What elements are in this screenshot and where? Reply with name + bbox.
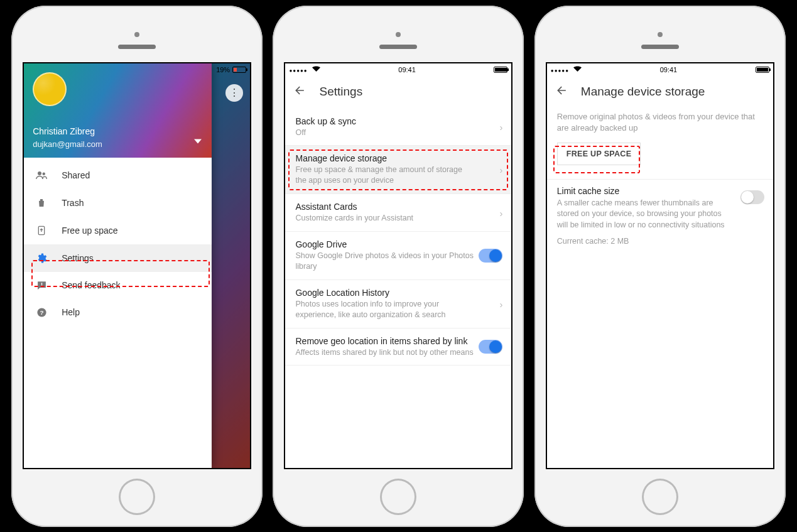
drawer-item-help[interactable]: ? Help: [24, 299, 212, 326]
home-button[interactable]: [642, 479, 678, 515]
chevron-right-icon: ›: [499, 165, 502, 175]
caret-down-icon: [194, 138, 202, 145]
wifi-icon: [312, 66, 320, 73]
back-button[interactable]: [294, 84, 306, 100]
row-assistant-cards[interactable]: Assistant Cards Customize cards in your …: [285, 194, 511, 232]
battery-icon: [756, 67, 769, 73]
back-button[interactable]: [556, 84, 568, 100]
row-subtitle: Customize cards in your Assistant: [295, 213, 501, 224]
page-title: Settings: [319, 85, 362, 99]
phone-1: 19% ⋮ Christian Zibreg dujkan@gmail.com …: [11, 6, 263, 527]
battery-percent: 19%: [216, 66, 230, 73]
drawer-item-label: Send feedback: [62, 280, 120, 290]
battery-icon: [494, 67, 507, 73]
screen-settings: 09:41 Settings Back up & sync Off › Mana…: [284, 62, 512, 469]
current-cache: Current cache: 2 MB: [557, 237, 763, 246]
people-icon: [35, 170, 48, 181]
drawer-header[interactable]: Christian Zibreg dujkan@gmail.com: [24, 63, 212, 158]
svg-rect-3: [41, 283, 41, 285]
row-title: Remove geo location in items shared by l…: [295, 336, 501, 346]
row-location-history[interactable]: Google Location History Photos uses loca…: [285, 280, 511, 328]
drawer-item-label: Settings: [62, 253, 94, 263]
signal-icon: [289, 66, 307, 73]
account-switcher-caret[interactable]: [194, 136, 202, 148]
row-subtitle: Affects items shared by link but not by …: [295, 347, 501, 358]
freeup-icon: [35, 225, 48, 236]
row-limit-cache[interactable]: Limit cache size A smaller cache means f…: [547, 186, 773, 246]
row-subtitle: Free up space & manage the amount of sto…: [295, 165, 501, 186]
signal-icon: [551, 66, 569, 73]
nav-drawer: Christian Zibreg dujkan@gmail.com Shared…: [24, 63, 212, 468]
battery-icon: [232, 67, 246, 73]
status-bar: 09:41: [285, 63, 511, 76]
screen-drawer: 19% ⋮ Christian Zibreg dujkan@gmail.com …: [23, 62, 251, 469]
account-email: dujkan@gmail.com: [33, 139, 102, 149]
trash-icon: [35, 197, 48, 209]
status-bar: 09:41: [547, 63, 773, 76]
phone-3: 09:41 Manage device storage Remove origi…: [534, 6, 786, 527]
svg-rect-4: [41, 285, 41, 286]
chevron-right-icon: ›: [499, 121, 502, 132]
wifi-icon: [573, 66, 582, 73]
drawer-item-freeup[interactable]: Free up space: [24, 217, 212, 244]
row-backup-sync[interactable]: Back up & sync Off ›: [285, 109, 511, 146]
drawer-item-label: Free up space: [62, 225, 118, 236]
arrow-left-icon: [556, 84, 568, 97]
arrow-left-icon: [294, 84, 306, 97]
account-name: Christian Zibreg: [33, 126, 95, 136]
svg-point-1: [43, 172, 46, 175]
app-bar: Manage device storage: [547, 76, 773, 109]
drawer-item-feedback[interactable]: Send feedback: [24, 272, 212, 299]
free-up-space-button[interactable]: FREE UP SPACE: [557, 143, 641, 165]
row-title: Google Drive: [295, 239, 501, 249]
row-google-drive[interactable]: Google Drive Show Google Drive photos & …: [285, 232, 511, 280]
status-time: 09:41: [398, 66, 416, 73]
toggle-google-drive[interactable]: [479, 249, 502, 263]
row-title: Google Location History: [295, 288, 501, 298]
svg-text:?: ?: [40, 309, 43, 316]
drawer-item-label: Shared: [62, 170, 90, 180]
chevron-right-icon: ›: [499, 207, 502, 218]
row-subtitle: Photos uses location info to improve you…: [295, 299, 501, 320]
toggle-remove-geo[interactable]: [479, 340, 502, 354]
row-remove-geo[interactable]: Remove geo location in items shared by l…: [285, 328, 511, 366]
drawer-item-label: Help: [62, 307, 80, 317]
drawer-item-shared[interactable]: Shared: [24, 161, 212, 189]
home-button[interactable]: [380, 479, 416, 515]
app-bar: Settings: [285, 76, 511, 109]
screen-manage-storage: 09:41 Manage device storage Remove origi…: [546, 62, 774, 469]
help-text: Remove original photos & videos from you…: [547, 109, 773, 143]
status-bar: 19%: [24, 63, 250, 76]
gear-icon: [35, 252, 48, 264]
drawer-item-label: Trash: [62, 198, 84, 208]
drawer-item-trash[interactable]: Trash: [24, 189, 212, 217]
page-title: Manage device storage: [581, 85, 705, 99]
row-title: Manage device storage: [295, 153, 501, 163]
toggle-limit-cache[interactable]: [740, 190, 764, 204]
svg-point-0: [38, 171, 41, 175]
row-subtitle: Off: [295, 128, 501, 138]
status-time: 09:41: [660, 66, 678, 73]
avatar[interactable]: [33, 72, 67, 106]
drawer-item-settings[interactable]: Settings: [24, 244, 212, 272]
home-button[interactable]: [119, 479, 155, 515]
help-icon: ?: [35, 307, 48, 318]
row-title: Limit cache size: [557, 186, 763, 196]
row-title: Back up & sync: [295, 116, 501, 126]
row-subtitle: A smaller cache means fewer thumbnails a…: [557, 198, 763, 231]
row-manage-storage[interactable]: Manage device storage Free up space & ma…: [285, 146, 511, 194]
overflow-menu-button[interactable]: ⋮: [225, 84, 243, 102]
divider: [547, 179, 773, 180]
feedback-icon: [35, 280, 48, 291]
phone-2: 09:41 Settings Back up & sync Off › Mana…: [273, 6, 524, 527]
row-subtitle: Show Google Drive photos & videos in you…: [295, 251, 501, 272]
chevron-right-icon: ›: [499, 298, 502, 309]
row-title: Assistant Cards: [295, 202, 501, 212]
